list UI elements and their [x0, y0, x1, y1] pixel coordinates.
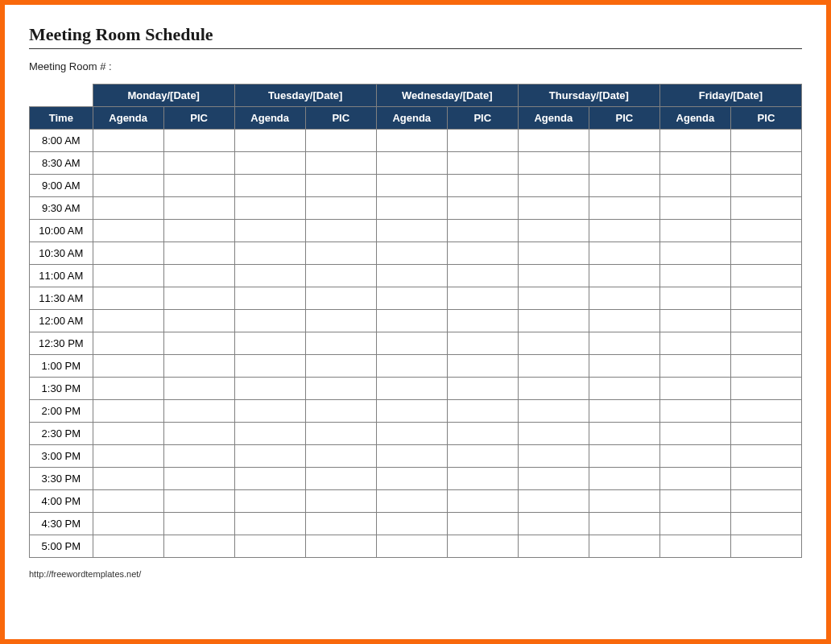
pic-cell — [730, 265, 801, 287]
sub-header-pic: PIC — [730, 107, 801, 130]
agenda-cell — [234, 242, 305, 265]
pic-cell — [305, 400, 376, 423]
pic-cell — [447, 130, 518, 152]
time-cell: 8:30 AM — [30, 152, 93, 175]
agenda-cell — [659, 220, 730, 242]
pic-cell — [730, 400, 801, 423]
pic-cell — [163, 378, 234, 400]
agenda-cell — [93, 400, 163, 423]
pic-cell — [163, 535, 234, 558]
table-row: 12:30 PM — [30, 332, 802, 355]
pic-cell — [447, 197, 518, 220]
agenda-cell — [659, 175, 730, 197]
day-header-friday: Friday/[Date] — [659, 85, 801, 107]
pic-cell — [305, 445, 376, 468]
table-row: 8:00 AM — [30, 130, 802, 152]
pic-cell — [447, 513, 518, 535]
table-row: 1:00 PM — [30, 355, 802, 378]
pic-cell — [589, 287, 659, 310]
agenda-cell — [518, 400, 589, 423]
agenda-cell — [518, 513, 589, 535]
table-row: 12:00 AM — [30, 310, 802, 332]
pic-cell — [589, 423, 659, 445]
pic-cell — [305, 242, 376, 265]
pic-cell — [163, 220, 234, 242]
agenda-cell — [93, 423, 163, 445]
table-row: 2:00 PM — [30, 400, 802, 423]
agenda-cell — [518, 287, 589, 310]
agenda-cell — [659, 490, 730, 513]
agenda-cell — [518, 378, 589, 400]
agenda-cell — [93, 265, 163, 287]
pic-cell — [305, 152, 376, 175]
pic-cell — [163, 468, 234, 490]
agenda-cell — [659, 197, 730, 220]
room-number-label: Meeting Room # : — [29, 60, 802, 72]
agenda-cell — [659, 152, 730, 175]
agenda-cell — [659, 242, 730, 265]
pic-cell — [730, 332, 801, 355]
pic-cell — [447, 175, 518, 197]
pic-cell — [730, 310, 801, 332]
pic-cell — [589, 130, 659, 152]
pic-cell — [305, 378, 376, 400]
table-row: 10:30 AM — [30, 242, 802, 265]
agenda-cell — [234, 423, 305, 445]
agenda-cell — [659, 445, 730, 468]
pic-cell — [730, 513, 801, 535]
day-header-wednesday: Wednesday/[Date] — [376, 85, 518, 107]
agenda-cell — [234, 535, 305, 558]
time-cell: 8:00 AM — [30, 130, 93, 152]
agenda-cell — [93, 355, 163, 378]
time-cell: 3:00 PM — [30, 445, 93, 468]
agenda-cell — [376, 287, 447, 310]
sub-header-pic: PIC — [163, 107, 234, 130]
pic-cell — [447, 265, 518, 287]
pic-cell — [589, 242, 659, 265]
pic-cell — [447, 468, 518, 490]
day-header-monday: Monday/[Date] — [93, 85, 234, 107]
agenda-cell — [234, 468, 305, 490]
agenda-cell — [659, 378, 730, 400]
agenda-cell — [93, 332, 163, 355]
pic-cell — [730, 535, 801, 558]
agenda-cell — [93, 175, 163, 197]
pic-cell — [589, 400, 659, 423]
pic-cell — [163, 175, 234, 197]
agenda-cell — [518, 423, 589, 445]
pic-cell — [305, 310, 376, 332]
agenda-cell — [376, 513, 447, 535]
agenda-cell — [376, 152, 447, 175]
time-cell: 11:30 AM — [30, 287, 93, 310]
pic-cell — [730, 378, 801, 400]
schedule-body: 8:00 AM8:30 AM9:00 AM9:30 AM10:00 AM10:3… — [30, 130, 802, 558]
pic-cell — [730, 423, 801, 445]
pic-cell — [163, 152, 234, 175]
agenda-cell — [234, 220, 305, 242]
pic-cell — [589, 175, 659, 197]
pic-cell — [730, 287, 801, 310]
pic-cell — [163, 310, 234, 332]
pic-cell — [305, 490, 376, 513]
table-row: 5:00 PM — [30, 535, 802, 558]
agenda-cell — [234, 130, 305, 152]
agenda-cell — [659, 513, 730, 535]
pic-cell — [447, 535, 518, 558]
agenda-cell — [518, 130, 589, 152]
agenda-cell — [376, 400, 447, 423]
agenda-cell — [376, 535, 447, 558]
agenda-cell — [93, 378, 163, 400]
pic-cell — [305, 130, 376, 152]
time-cell: 1:30 PM — [30, 378, 93, 400]
time-cell: 10:30 AM — [30, 242, 93, 265]
day-header-thursday: Thursday/[Date] — [518, 85, 659, 107]
pic-cell — [163, 490, 234, 513]
agenda-cell — [659, 130, 730, 152]
pic-cell — [447, 445, 518, 468]
pic-cell — [589, 513, 659, 535]
agenda-cell — [659, 287, 730, 310]
agenda-cell — [93, 490, 163, 513]
pic-cell — [305, 332, 376, 355]
pic-cell — [589, 152, 659, 175]
pic-cell — [589, 197, 659, 220]
